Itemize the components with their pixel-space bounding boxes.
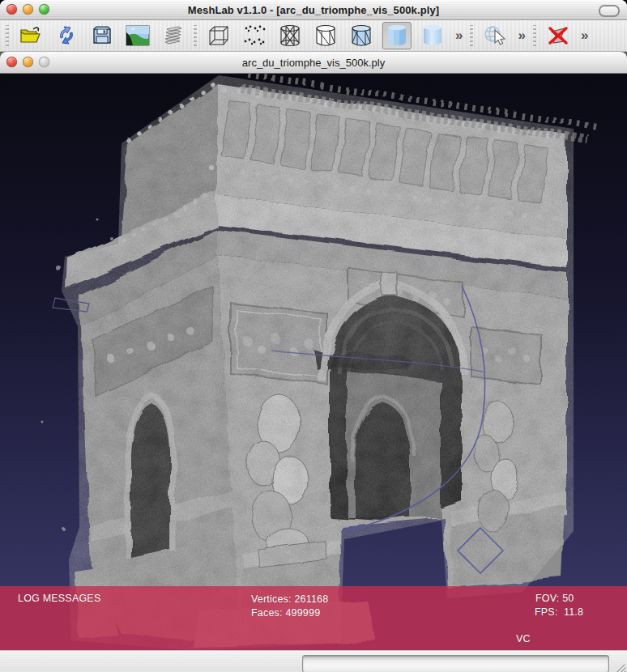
wireframe-cylinder-icon xyxy=(278,23,302,48)
toolbar-overflow-chevron[interactable]: » xyxy=(581,22,588,49)
toolbar-overflow-chevron[interactable]: » xyxy=(455,22,463,49)
status-bar xyxy=(0,650,627,672)
fov-value: FOV: 50 xyxy=(535,593,574,604)
bounding-box-icon xyxy=(207,23,231,48)
resize-grip[interactable] xyxy=(614,662,626,672)
document-close-button[interactable] xyxy=(6,57,17,67)
delete-mesh-x-icon xyxy=(545,23,571,48)
stone-texture xyxy=(49,74,583,650)
delete-mesh-button[interactable] xyxy=(544,22,573,49)
render-wireframe-button[interactable] xyxy=(275,22,305,49)
document-titlebar[interactable]: arc_du_triomphe_vis_500k.ply xyxy=(0,52,627,74)
toolbar-drag-handle[interactable] xyxy=(533,25,536,46)
main-titlebar[interactable]: MeshLab v1.1.0 - [arc_du_triomphe_vis_50… xyxy=(0,0,627,20)
flat-cylinder-icon xyxy=(386,23,408,48)
render-flatlines-button[interactable] xyxy=(347,22,376,49)
render-bbox-button[interactable] xyxy=(204,22,233,49)
toolbar-drag-handle[interactable] xyxy=(470,25,473,46)
open-project-button[interactable] xyxy=(16,22,45,49)
document-zoom-button-disabled xyxy=(39,57,49,67)
close-button[interactable] xyxy=(6,4,17,15)
main-toolbar: » » » xyxy=(0,20,627,52)
document-window-controls xyxy=(6,57,49,67)
window-controls xyxy=(6,4,49,15)
minimize-button[interactable] xyxy=(23,4,33,15)
vertices-count: Vertices: 261168 xyxy=(251,593,328,605)
layers-icon xyxy=(161,24,186,47)
toolbar-toggle-button[interactable] xyxy=(599,5,620,17)
render-hiddenlines-button[interactable] xyxy=(311,22,340,49)
color-mode-indicator: VC xyxy=(516,633,531,644)
faces-count: Faces: 499999 xyxy=(251,607,320,619)
render-points-button[interactable] xyxy=(240,22,269,49)
mesh-document-window: arc_du_triomphe_vis_500k.ply xyxy=(0,52,627,650)
reload-button[interactable] xyxy=(52,22,81,49)
window-title: MeshLab v1.1.0 - [arc_du_triomphe_vis_50… xyxy=(0,4,627,16)
meshlab-window: MeshLab v1.1.0 - [arc_du_triomphe_vis_50… xyxy=(0,0,627,672)
layers-button[interactable] xyxy=(159,22,188,49)
fps-value: FPS: 11.8 xyxy=(535,606,583,618)
mesh-model-arc-de-triomphe[interactable] xyxy=(0,74,627,650)
progress-bar xyxy=(302,655,609,672)
log-messages-label: LOG MESSAGES xyxy=(18,593,100,604)
trackball-mode-button[interactable] xyxy=(480,22,510,49)
document-title: arc_du_triomphe_vis_500k.ply xyxy=(0,57,627,69)
reload-icon xyxy=(55,24,78,47)
snapshot-button[interactable] xyxy=(123,22,152,49)
toolbar-drag-handle[interactable] xyxy=(6,25,9,46)
save-floppy-icon xyxy=(91,24,113,47)
save-button[interactable] xyxy=(87,22,117,49)
document-minimize-button[interactable] xyxy=(23,57,33,67)
open-folder-icon xyxy=(19,24,43,47)
toolbar-overflow-chevron[interactable]: » xyxy=(518,22,525,49)
hidden-lines-cylinder-icon xyxy=(314,23,338,48)
globe-cursor-icon xyxy=(482,23,508,48)
flat-lines-cylinder-icon xyxy=(349,23,373,48)
zoom-button[interactable] xyxy=(39,4,49,15)
gl-viewport[interactable]: LOG MESSAGES Vertices: 261168 Faces: 499… xyxy=(0,74,627,650)
snapshot-image-icon xyxy=(126,25,150,46)
render-smooth-button[interactable] xyxy=(418,22,447,49)
toolbar-drag-handle[interactable] xyxy=(194,25,197,46)
render-flat-button[interactable] xyxy=(382,22,412,49)
mdi-workspace: arc_du_triomphe_vis_500k.ply xyxy=(0,52,627,650)
smooth-cylinder-icon xyxy=(421,23,444,48)
points-icon xyxy=(241,23,267,48)
